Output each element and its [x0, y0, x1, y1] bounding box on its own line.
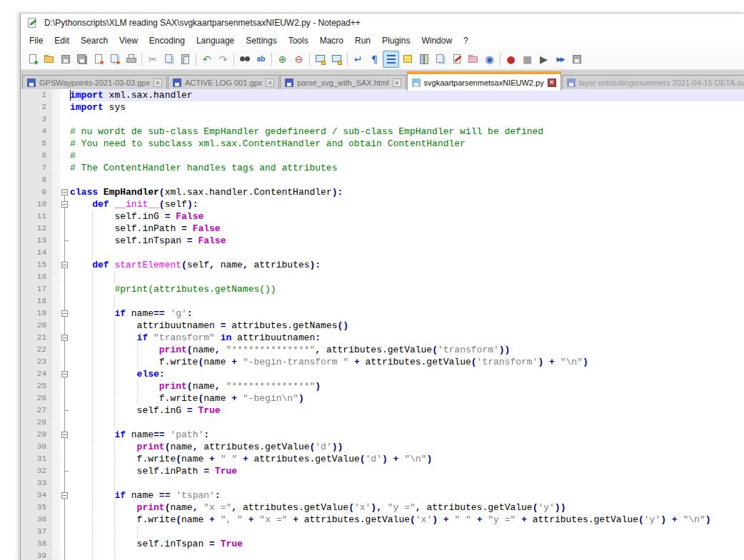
bookmark-margin[interactable]	[52, 514, 60, 526]
menu-item-encoding[interactable]: Encoding	[144, 33, 191, 49]
tab-svgkaartparsenmetsaxnieuw2-py[interactable]: svgkaartparsenmetsaxNIEUW2.py✕	[407, 71, 561, 91]
code-text[interactable]: import xml.sax.handler	[70, 89, 744, 101]
fold-toggle-icon[interactable]	[60, 429, 70, 441]
code-text[interactable]: # nu wordt de sub-class EmpHandler gedef…	[70, 126, 744, 138]
save-all-icon[interactable]	[74, 51, 90, 68]
bookmark-margin[interactable]	[52, 259, 60, 271]
code-text[interactable]	[70, 550, 744, 560]
show-all-characters-icon[interactable]: ¶	[366, 51, 383, 68]
fold-toggle-icon[interactable]	[60, 368, 70, 380]
code-text[interactable]: self.inTspan = False	[70, 235, 744, 247]
code-line-31[interactable]: 31f.write(name + " " + attributes.getVal…	[21, 453, 744, 465]
code-text[interactable]: import sys	[70, 101, 744, 113]
sync-horizontal-scroll-icon[interactable]	[328, 51, 345, 68]
bookmark-margin[interactable]	[52, 502, 60, 514]
tab-close-icon[interactable]: ✕	[548, 78, 556, 87]
code-text[interactable]: if name== 'g':	[70, 307, 744, 320]
code-text[interactable]	[70, 417, 744, 429]
bookmark-margin[interactable]	[52, 332, 60, 344]
code-line-38[interactable]: 38self.inTspan = True	[21, 538, 744, 550]
code-line-24[interactable]: 24else:	[21, 368, 744, 380]
code-line-5[interactable]: 5# You need to subclass xml.sax.ContentH…	[21, 138, 744, 150]
code-text[interactable]: self.inPath = False	[70, 223, 744, 235]
bookmark-margin[interactable]	[52, 356, 60, 368]
new-file-icon[interactable]	[24, 51, 41, 68]
paste-icon[interactable]	[177, 51, 193, 68]
word-wrap-icon[interactable]: ↵	[350, 51, 366, 68]
tab-gpswaypoints-2021-03-03-gpx[interactable]: GPSWaypoints-2021-03-03.gpx✕	[22, 75, 167, 90]
bookmark-margin[interactable]	[52, 477, 60, 489]
bookmark-margin[interactable]	[52, 162, 60, 174]
code-text[interactable]	[70, 174, 744, 186]
fold-toggle-icon[interactable]	[60, 489, 70, 502]
code-text[interactable]: attribuutnamen = attributes.getNames()	[70, 320, 744, 332]
menu-item-edit[interactable]: Edit	[49, 33, 75, 49]
code-line-33[interactable]: 33	[21, 477, 744, 489]
code-line-32[interactable]: 32self.inPath = True	[21, 465, 744, 477]
bookmark-margin[interactable]	[52, 368, 60, 380]
bookmark-margin[interactable]	[52, 404, 60, 417]
code-text[interactable]: #	[70, 150, 744, 162]
code-text[interactable]: print(name, attributes.getValue('d'))	[70, 441, 744, 453]
bookmark-margin[interactable]	[52, 138, 60, 150]
bookmark-margin[interactable]	[52, 550, 60, 560]
fold-toggle-icon[interactable]	[60, 332, 70, 344]
code-text[interactable]: if name== 'path':	[70, 429, 744, 441]
code-line-6[interactable]: 6#	[21, 150, 744, 162]
code-text[interactable]	[70, 526, 744, 538]
show-indent-guide-icon[interactable]	[383, 51, 399, 68]
menu-item-plugins[interactable]: Plugins	[376, 33, 416, 49]
redo-icon[interactable]: ↷	[215, 51, 231, 68]
sync-vertical-scroll-icon[interactable]	[312, 51, 328, 68]
code-text[interactable]: def __init__(self):	[70, 198, 744, 210]
code-line-8[interactable]: 8	[21, 174, 744, 186]
menu-item-search[interactable]: Search	[75, 33, 114, 49]
bookmark-margin[interactable]	[52, 283, 60, 295]
function-list-panel-icon[interactable]	[448, 51, 465, 68]
macro-run-multiple-icon[interactable]: ▶▶	[552, 51, 568, 68]
menu-item-macro[interactable]: Macro	[314, 33, 349, 49]
print-icon[interactable]	[123, 51, 139, 68]
code-line-21[interactable]: 21if "transform" in attribuutnamen:	[21, 332, 744, 344]
bookmark-margin[interactable]	[52, 489, 60, 502]
code-line-25[interactable]: 25print(name, "**************")	[21, 380, 744, 392]
code-line-3[interactable]: 3	[21, 113, 744, 126]
code-line-2[interactable]: 2import sys	[21, 101, 744, 113]
code-text[interactable]: class EmpHandler(xml.sax.handler.Content…	[70, 186, 744, 198]
code-line-28[interactable]: 28	[21, 417, 744, 429]
code-line-22[interactable]: 22print(name, "**************", attribut…	[21, 344, 744, 356]
tab-layer-ontsluitingsnummers-2021-04-15-deta-svg[interactable]: layer ontsluitingsnummers 2021-04-15 DET…	[562, 75, 744, 90]
tab-close-icon[interactable]: ✕	[393, 78, 401, 87]
code-text[interactable]: # You need to subclass xml.sax.ContentHa…	[70, 138, 744, 150]
code-line-10[interactable]: 10def __init__(self):	[21, 198, 744, 210]
code-text[interactable]: self.inG = True	[70, 404, 744, 417]
code-line-15[interactable]: 15def startElement(self, name, attribute…	[21, 259, 744, 271]
document-switcher-icon[interactable]	[432, 51, 448, 68]
tab-close-icon[interactable]: ✕	[154, 78, 162, 87]
bookmark-margin[interactable]	[52, 113, 60, 126]
save-file-icon[interactable]	[57, 51, 74, 68]
bookmark-margin[interactable]	[52, 380, 60, 392]
macro-save-icon[interactable]	[568, 51, 585, 68]
fold-toggle-icon[interactable]	[60, 186, 70, 198]
bookmark-margin[interactable]	[52, 465, 60, 477]
code-text[interactable]	[70, 247, 744, 259]
code-text[interactable]: self.inG = False	[70, 210, 744, 223]
function-list-icon[interactable]	[399, 51, 416, 68]
code-text[interactable]: #print(attributes.getNames())	[70, 283, 744, 295]
code-line-1[interactable]: 1import xml.sax.handler	[21, 89, 744, 101]
bookmark-margin[interactable]	[52, 186, 60, 198]
bookmark-margin[interactable]	[52, 223, 60, 235]
open-file-icon[interactable]	[41, 51, 57, 68]
code-text[interactable]: print(name, "**************")	[70, 380, 744, 392]
bookmark-margin[interactable]	[52, 150, 60, 162]
bookmark-margin[interactable]	[52, 247, 60, 259]
bookmark-margin[interactable]	[52, 344, 60, 356]
cut-icon[interactable]: ✂	[144, 51, 161, 68]
code-text[interactable]	[70, 477, 744, 489]
code-text[interactable]: # The ContentHandler handles tags and at…	[70, 162, 744, 174]
tab-active-log-001-gpx[interactable]: ACTIVE LOG 001.gpx✕	[168, 75, 279, 90]
code-text[interactable]: if name == 'tspan':	[70, 489, 744, 502]
code-line-20[interactable]: 20attribuutnamen = attributes.getNames()	[21, 320, 744, 332]
macro-record-icon[interactable]: ●	[503, 51, 519, 68]
